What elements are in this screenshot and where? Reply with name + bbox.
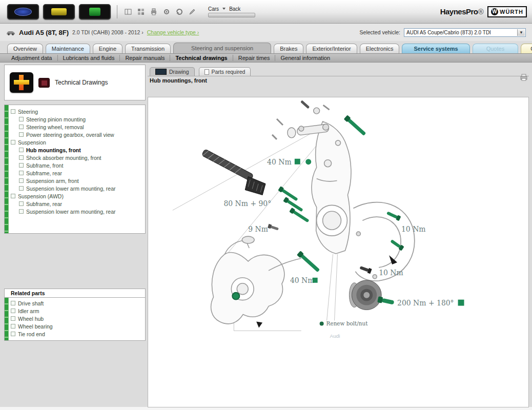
subtab-lubricants-and-fluids[interactable]: Lubricants and fluids bbox=[58, 55, 120, 61]
renew-bolt bbox=[232, 293, 239, 300]
tab-brakes[interactable]: Brakes bbox=[274, 44, 303, 53]
related-part-item[interactable]: Tie rod end bbox=[11, 330, 143, 338]
renew-bolt bbox=[377, 296, 395, 305]
sidebar: Technical Drawings Steering Steering pin… bbox=[4, 65, 146, 407]
drawing-thumbnail-icon bbox=[155, 69, 167, 75]
edit-icon[interactable] bbox=[188, 7, 197, 16]
checkbox-icon[interactable] bbox=[19, 117, 24, 121]
top-toolbar: Cars Back HaynesPro® W WÜRTH bbox=[0, 0, 532, 24]
checkbox-icon[interactable] bbox=[11, 194, 15, 198]
print-drawing-icon[interactable] bbox=[520, 74, 528, 83]
back-link[interactable]: Back bbox=[229, 6, 240, 12]
tree-item[interactable]: Power steering gearbox, overall view bbox=[19, 131, 143, 138]
tree-item[interactable]: Subframe, front bbox=[19, 161, 143, 169]
related-part-item[interactable]: Idler arm bbox=[11, 307, 143, 315]
cars-module-button[interactable] bbox=[7, 4, 39, 19]
tab-exterior-interior[interactable]: Exterior/Interior bbox=[306, 44, 357, 53]
checkbox-icon[interactable] bbox=[19, 178, 24, 183]
section-subtabs: Adjustment data Lubricants and fluids Re… bbox=[0, 53, 532, 63]
tab-order[interactable]: Order bbox=[521, 44, 532, 53]
checkbox-icon[interactable] bbox=[11, 140, 15, 145]
tree-item[interactable]: Shock absorber mounting, front bbox=[19, 154, 143, 161]
vehicle-subtitle: 2.0 TDI (CAHB) 2008 - 2012 › bbox=[72, 29, 144, 35]
renew-marker-square bbox=[295, 159, 300, 165]
checkbox-icon[interactable] bbox=[11, 309, 15, 313]
tab-transmission[interactable]: Transmission bbox=[125, 44, 171, 53]
trucks-module-button[interactable] bbox=[43, 4, 75, 19]
select-arrow-icon[interactable]: ▼ bbox=[517, 29, 525, 36]
change-vehicle-link[interactable]: Change vehicle type › bbox=[147, 29, 199, 35]
tree-level-strip bbox=[5, 105, 9, 233]
checkbox-icon[interactable] bbox=[19, 209, 24, 214]
related-part-item[interactable]: Wheel hub bbox=[11, 315, 143, 322]
checkbox-icon[interactable] bbox=[19, 201, 24, 206]
checkbox-icon[interactable] bbox=[19, 125, 24, 129]
selected-vehicle-value: AUDI A5 Coupe/Cabrio (8T3) 2.0 TDI bbox=[406, 30, 491, 35]
renew-bolt-group bbox=[278, 186, 310, 223]
tree-item[interactable]: Steering pinion mounting bbox=[19, 115, 143, 123]
tab-service-systems[interactable]: Service systems bbox=[402, 44, 469, 53]
tab-maintenance[interactable]: Maintenance bbox=[46, 44, 90, 53]
related-part-item[interactable]: Wheel bearing bbox=[11, 322, 143, 330]
print-icon[interactable] bbox=[149, 7, 158, 16]
subtab-repair-times[interactable]: Repair times bbox=[233, 55, 276, 61]
drawings-tree: Steering Steering pinion mounting Steeri… bbox=[11, 108, 143, 215]
tree-item[interactable]: Suspension lower arm mounting, rear bbox=[19, 208, 143, 215]
tab-parts-required[interactable]: Parts required bbox=[199, 67, 251, 76]
checkbox-icon[interactable] bbox=[11, 301, 15, 305]
related-parts-panel: Related parts Drive shaft Idler arm Whee… bbox=[4, 289, 146, 341]
settings-icon[interactable] bbox=[162, 7, 171, 16]
selected-vehicle-select[interactable]: AUDI A5 Coupe/Cabrio (8T3) 2.0 TDI ▼ bbox=[404, 28, 526, 37]
checkbox-icon[interactable] bbox=[11, 109, 15, 114]
checkbox-icon[interactable] bbox=[19, 132, 24, 137]
checkbox-icon[interactable] bbox=[11, 316, 15, 321]
checkbox-icon[interactable] bbox=[19, 186, 24, 191]
columns-icon[interactable] bbox=[124, 7, 133, 16]
tree-item[interactable]: Steering wheel, removal bbox=[19, 123, 143, 131]
checkbox-icon[interactable] bbox=[19, 171, 24, 175]
parts-list-icon bbox=[204, 69, 209, 75]
tree-item[interactable]: Suspension lower arm mounting, rear bbox=[19, 184, 143, 192]
data-logo-icon bbox=[89, 8, 100, 16]
tab-drawing[interactable]: Drawing bbox=[150, 67, 195, 76]
tab-engine[interactable]: Engine bbox=[93, 44, 122, 53]
subtab-technical-drawings[interactable]: Technical drawings bbox=[170, 55, 233, 61]
tree-group-suspension[interactable]: Suspension bbox=[11, 138, 143, 146]
tab-steering-and-suspension[interactable]: Steering and suspension bbox=[173, 43, 271, 53]
chevron-down-icon bbox=[222, 7, 226, 11]
checkbox-icon[interactable] bbox=[11, 324, 15, 329]
layout-icon[interactable] bbox=[136, 7, 146, 16]
tree-item-selected[interactable]: Hub mountings, front bbox=[19, 146, 143, 154]
tree-item[interactable]: Subframe, rear bbox=[19, 169, 143, 177]
refresh-icon[interactable] bbox=[175, 7, 184, 16]
wheel-hub-part bbox=[349, 280, 381, 310]
renew-marker-square bbox=[313, 278, 318, 283]
checkbox-icon[interactable] bbox=[11, 332, 15, 336]
subtab-repair-manuals[interactable]: Repair manuals bbox=[120, 55, 170, 61]
hub-carrier-part bbox=[211, 236, 301, 324]
technical-drawing-canvas[interactable]: 40 Nm 80 Nm + 90° 9 Nm 10 Nm 10 Nm 40 Nm… bbox=[148, 97, 529, 407]
tree-item[interactable]: Suspension arm, front bbox=[19, 177, 143, 184]
related-part-item[interactable]: Drive shaft bbox=[11, 299, 143, 307]
subtab-general-information[interactable]: General information bbox=[275, 55, 335, 61]
mini-nav: Cars Back bbox=[208, 6, 255, 17]
drawing-credit[interactable]: Audi bbox=[330, 333, 340, 339]
tree-group-suspension-awd[interactable]: Suspension (AWD) bbox=[11, 192, 143, 200]
quick-select-dropdown[interactable] bbox=[208, 13, 255, 17]
tree-item[interactable]: Subframe, rear bbox=[19, 200, 143, 208]
sidebar-header: Technical Drawings bbox=[4, 65, 146, 100]
partner-logo-mark: W bbox=[491, 8, 498, 15]
checkbox-icon[interactable] bbox=[19, 148, 24, 152]
subtab-adjustment-data[interactable]: Adjustment data bbox=[6, 55, 58, 61]
checkbox-icon[interactable] bbox=[19, 155, 24, 160]
tab-electronics[interactable]: Electronics bbox=[360, 44, 400, 53]
tab-quotes[interactable]: Quotes bbox=[473, 44, 518, 53]
toolbar-separator bbox=[117, 5, 117, 18]
checkbox-icon[interactable] bbox=[19, 163, 24, 168]
drawing-tabs: Drawing Parts required bbox=[148, 65, 529, 76]
torque-label: 80 Nm + 90° bbox=[223, 199, 271, 208]
tree-group-steering[interactable]: Steering bbox=[11, 108, 143, 115]
cars-link[interactable]: Cars bbox=[208, 6, 219, 12]
tab-overview[interactable]: Overview bbox=[7, 44, 43, 53]
data-module-button[interactable] bbox=[79, 4, 111, 19]
